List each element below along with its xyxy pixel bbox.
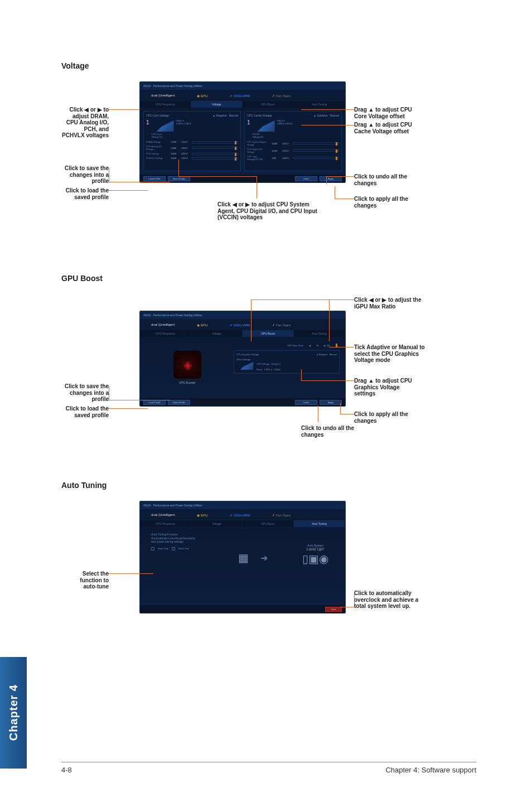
callout-adjust-voltages: Click ◀ or ▶ to adjust DRAM, CPU Analog … (61, 107, 109, 139)
app-header: ASUS Performance and Power Saving Utilit… (140, 82, 345, 90)
auto-title: Auto Tuning (61, 481, 476, 490)
level-up-group: Auto System Level Up!! ▯▣◉ (302, 544, 328, 566)
igpu-ratio-bar[interactable]: iGPU Max Ratio◀28▶ 28x (234, 342, 340, 348)
rog-badge-area: ◈ GPU Booster (143, 340, 231, 395)
cpu-icon: ▦ (233, 547, 255, 569)
voltage-screenshot: ASUS Performance and Power Saving Utilit… (139, 81, 346, 183)
chapter-tab-label: Chapter 4 (7, 684, 20, 741)
gpu-callout-ratio: Click ◀ or ▶ to adjust the iGPU Max Rati… (354, 297, 424, 310)
gpu-booster-label: GPU Booster (179, 381, 195, 384)
auto-callout-select: Select the function to auto-tune (72, 571, 109, 590)
gpu-callout-drag: Drag ▲ to adjust CPU Graphics Voltage se… (354, 378, 421, 397)
right-panel: CPU Cache Voltage▲ Adaptive Manual 1 VCC… (244, 111, 342, 171)
callout-save-profile: Click to save the changes into a profile (56, 165, 109, 185)
voltage-figure: ASUS Performance and Power Saving Utilit… (61, 76, 476, 243)
level-up-icons: ▯▣◉ (302, 552, 328, 566)
gpu-apply-button[interactable]: Apply (320, 400, 342, 405)
left-panel: CPU Core Voltage▲ Adaptive Manual 1 CPU … (143, 111, 241, 171)
load-profile-button[interactable]: Load Profile (143, 176, 166, 181)
gpu-callout-mode: Tick Adaptive or Manual to select the CP… (354, 344, 427, 364)
auto-description: Auto Tuning FunctionAutomatically tune t… (151, 533, 229, 544)
callout-system-agent: Click ◀ or ▶ to adjust CPU System Agent,… (217, 201, 323, 221)
auto-screenshot: ASUS Performance and Power Saving Utilit… (139, 501, 346, 613)
gpu-figure: ASUS Performance and Power Saving Utilit… (61, 288, 476, 450)
page-number: 4-8 (61, 766, 72, 774)
gpu-callout-apply: Click to apply all the changes (354, 411, 421, 424)
auto-icons: ▦ ➜ (233, 547, 268, 569)
callout-undo: Click to undo all the changes (354, 173, 421, 186)
cpu-graphics-voltage-panel: CPU Graphics Voltage▲ Adaptive Manual Of… (234, 350, 340, 374)
chapter-label: Chapter 4: Software support (385, 766, 476, 774)
auto-figure: ASUS Performance and Power Saving Utilit… (61, 495, 476, 629)
auto-option-row[interactable]: Ratio Only BCLK First (151, 547, 229, 550)
gpu-undo-button[interactable]: Undo (295, 400, 317, 405)
gpu-save-profile-button[interactable]: Save Profile (168, 400, 190, 405)
toolbar: dual (i)ntelligent ◉ EPU ✔ DIGI+VRM ✗ Fa… (140, 90, 345, 101)
tabs: CPU Frequency Voltage GPU Boost Auto Tun… (140, 101, 345, 108)
gpu-title: GPU Boost (61, 274, 476, 283)
voltage-body: CPU Core Voltage▲ Adaptive Manual 1 CPU … (140, 108, 345, 175)
page-footer: 4-8 Chapter 4: Software support (61, 762, 476, 774)
gpu-screenshot: ASUS Performance and Power Saving Utilit… (139, 311, 346, 407)
callout-apply: Click to apply all the changes (354, 196, 421, 209)
callout-core-voltage: Drag ▲ to adjust CPU Core Voltage offset (354, 107, 424, 119)
rog-icon: ◈ (173, 351, 201, 379)
start-button[interactable]: Start (325, 607, 342, 612)
callout-cache-voltage: Drag ▲ to adjust CPU Cache Voltage offse… (354, 122, 424, 134)
level-up-label: Level Up!! (302, 547, 328, 551)
voltage-title: Voltage (61, 61, 476, 70)
gpu-callout-load: Click to load the saved profile (61, 405, 109, 418)
chapter-tab: Chapter 4 (0, 657, 27, 769)
auto-callout-start: Click to automatically overclock and ach… (354, 590, 427, 610)
gpu-callout-undo: Click to undo all the changes (301, 425, 368, 438)
callout-load-profile: Click to load the saved profile (61, 187, 109, 200)
gpu-callout-save: Click to save the changes into a profile (56, 383, 109, 403)
undo-button[interactable]: Undo (295, 176, 317, 181)
arrow-icon: ➜ (260, 553, 268, 563)
